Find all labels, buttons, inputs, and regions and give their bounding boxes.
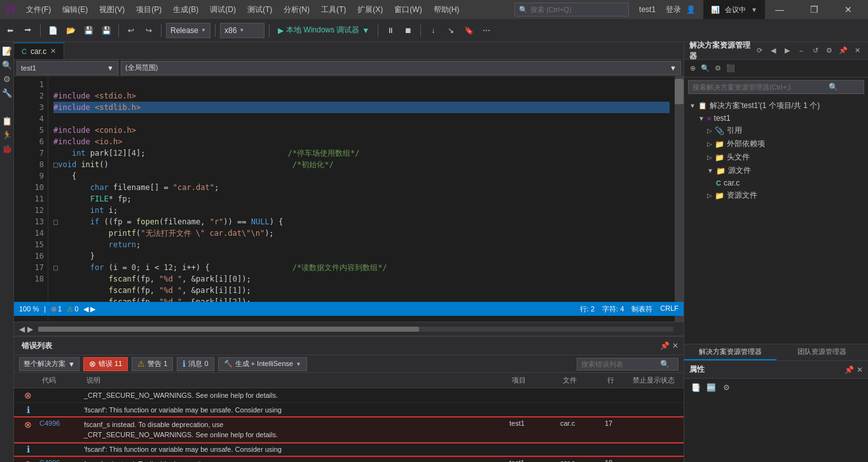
tree-project[interactable]: ▼ ■ test1 [693,112,868,124]
errors-filter-btn[interactable]: ⊗ 错误 11 [83,357,128,371]
prop-sort-btn[interactable]: 📑 [689,381,702,394]
menu-tools[interactable]: 工具(T) [316,2,351,18]
tree-external-deps[interactable]: ▷ 📁 外部依赖项 [702,137,868,151]
encoding-info[interactable]: CRLF [660,304,679,314]
menu-debug[interactable]: 调试(D) [205,2,241,18]
col-info[interactable]: 字符: 4 [602,304,624,314]
tab-info[interactable]: 制表符 [631,304,652,314]
menu-view[interactable]: 视图(V) [94,2,130,18]
hscroll-thumb[interactable] [38,327,419,332]
se-collapse-btn[interactable]: − [796,45,807,57]
panel-pin-btn[interactable]: 📌 [660,341,670,350]
se-back-btn[interactable]: ◀ [768,45,779,57]
minimize-button[interactable]: — [765,0,794,19]
table-row[interactable]: ⊗ _CRT_SECURE_NO_WARNINGS. See online he… [14,388,684,403]
redo-btn[interactable]: ↪ [141,23,156,38]
undo-btn[interactable]: ↩ [123,23,139,38]
close-button[interactable]: ✕ [834,0,863,19]
se-tool-1[interactable]: ⊕ [687,63,698,74]
menu-test[interactable]: 测试(T) [242,2,277,18]
code-editor[interactable]: 123456789101112131415161718 #include <st… [14,76,684,336]
col-line[interactable]: 行 [605,376,630,385]
new-file-btn[interactable]: 📄 [45,23,60,38]
menu-edit[interactable]: 编辑(E) [57,2,93,18]
warning-count[interactable]: ⚠ 0 [67,305,78,313]
sidebar-icon-4[interactable]: 🔧 [1,86,13,99]
meeting-chevron[interactable]: ▼ [751,6,757,13]
sidebar-icon-1[interactable]: 📝 [1,44,13,57]
se-refresh-btn[interactable]: ↺ [809,45,821,57]
scroll-thumb[interactable] [675,79,684,104]
tree-resources[interactable]: ▷ 📁 资源文件 [702,189,868,202]
code-lines[interactable]: #include <stdio.h> #include <stdlib.h> #… [48,76,675,322]
menu-project[interactable]: 项目(P) [131,2,167,18]
sidebar-icon-7[interactable]: 🐞 [1,142,13,155]
sidebar-icon-5[interactable]: 📋 [1,114,13,127]
tab-car-c[interactable]: C car.c ✕ [14,43,64,59]
se-tool-2[interactable]: 🔍 [699,63,711,74]
run-debugger-btn[interactable]: ▶ 本地 Windows 调试器 ▼ [274,23,373,38]
table-row[interactable]: ℹ 'fscanf': This function or variable ma… [14,403,684,418]
sidebar-icon-6[interactable]: 🏃 [1,128,13,141]
col-desc[interactable]: 说明 [84,376,509,385]
open-file-btn[interactable]: 📂 [63,23,78,38]
sidebar-icon-3[interactable]: ⚙ [1,72,13,85]
sidebar-icon-2[interactable]: 🔍 [1,58,13,71]
se-tool-4[interactable]: ⬛ [725,63,736,74]
global-search-box[interactable]: 🔍 [514,3,629,17]
col-suppress[interactable]: 禁止显示状态 [630,376,681,385]
nav-arrows[interactable]: ◀ ▶ [83,305,95,313]
se-search-input[interactable] [692,83,826,91]
prop-settings-btn[interactable]: ⚙ [720,381,733,394]
error-search-box[interactable]: 🔍 [577,358,679,370]
step-into-btn[interactable]: ↘ [443,23,458,38]
menu-file[interactable]: 文件(F) [21,2,56,18]
se-tool-3[interactable]: ⚙ [712,63,724,74]
scope-nav-dropdown[interactable]: (全局范围) ▼ [121,61,681,75]
restore-button[interactable]: ❐ [799,0,829,19]
se-pin-btn[interactable]: 📌 [837,45,849,57]
file-nav-dropdown[interactable]: test1 ▼ [17,61,118,75]
step-over-btn[interactable]: ↓ [425,23,441,38]
arch-dropdown[interactable]: x86 ▼ [220,23,265,38]
hscroll-track[interactable] [38,327,673,332]
table-row[interactable]: ⊗ C4996 fscanf_s instead. To disable dep… [14,418,684,442]
menu-build[interactable]: 生成(B) [168,2,203,18]
row-info[interactable]: 行: 2 [580,304,595,314]
tree-car-c[interactable]: C car.c [711,177,868,189]
messages-filter-btn[interactable]: ℹ 消息 0 [177,357,214,371]
se-search-box[interactable]: 🔍 [688,80,864,94]
error-search-input[interactable] [581,360,658,368]
toolbar-forward-btn[interactable]: ⮕ [20,23,36,38]
table-row[interactable]: ℹ 'fscanf': This function or variable ma… [14,442,684,457]
col-project[interactable]: 项目 [509,376,560,385]
menu-extensions[interactable]: 扩展(X) [352,2,388,18]
se-sync-btn[interactable]: ⟳ [754,45,765,57]
code-vscrollbar[interactable] [675,76,684,322]
table-row[interactable]: ⊗ C4996 fscanf_s instead. To disable dep… [14,457,684,462]
nav-back-btn[interactable]: ◀ [19,325,25,334]
menu-window[interactable]: 窗口(W) [389,2,427,18]
se-tab-solution[interactable]: 解决方案资源管理器 [684,344,776,360]
stop-btn[interactable]: ⏹ [401,23,416,38]
panel-close-btn[interactable]: ✕ [672,341,679,350]
scope-dropdown[interactable]: 整个解决方案 ▼ [19,357,79,371]
tree-references[interactable]: ▷ 📎 引用 [702,124,868,137]
account-icon[interactable]: 👤 [686,5,696,14]
build-filter-btn[interactable]: 🔨 生成 + IntelliSense ▼ [218,357,307,371]
menu-help[interactable]: 帮助(H) [429,2,465,18]
prop-categorize-btn[interactable]: 🔤 [705,381,717,394]
config-dropdown[interactable]: Release ▼ [166,23,210,38]
tab-close-btn[interactable]: ✕ [50,47,56,55]
login-button[interactable]: 登录 [666,4,681,15]
se-settings-btn[interactable]: ⚙ [823,45,835,57]
menu-analyze[interactable]: 分析(N) [279,2,315,18]
zoom-level[interactable]: 100 % [19,305,39,313]
toolbar-back-btn[interactable]: ⬅ [3,23,18,38]
bookmark-btn[interactable]: 🔖 [461,23,476,38]
prop-close-btn[interactable]: ✕ [857,365,863,374]
tree-sources[interactable]: ▼ 📁 源文件 [702,164,868,177]
col-code[interactable]: 代码 [39,376,84,385]
save-btn[interactable]: 💾 [81,23,96,38]
se-tab-team[interactable]: 团队资源管理器 [776,344,869,360]
